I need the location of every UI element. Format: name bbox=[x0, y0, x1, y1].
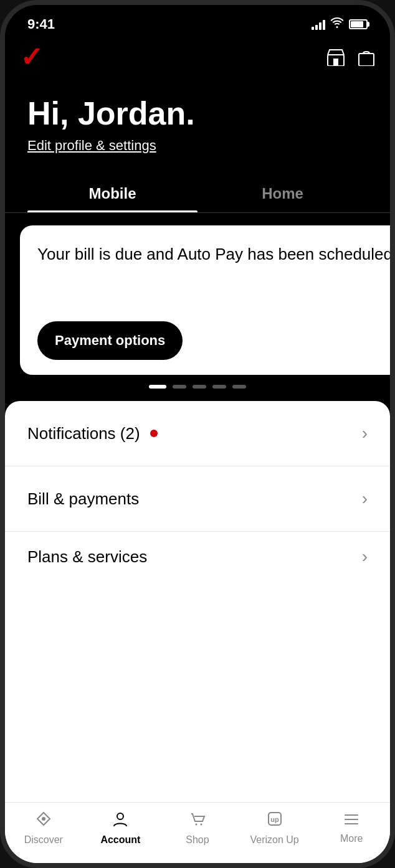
bill-payments-label: Bill & payments bbox=[27, 489, 139, 509]
card-dots bbox=[5, 375, 390, 401]
notifications-menu-item[interactable]: Notifications (2) › bbox=[5, 401, 390, 466]
dot-5 bbox=[232, 385, 246, 389]
phone-shell: 9:41 ✓ bbox=[0, 0, 395, 868]
signal-bars-icon bbox=[312, 19, 325, 30]
svg-point-5 bbox=[195, 824, 197, 826]
status-icons bbox=[312, 17, 368, 32]
tabs-container: Mobile Home bbox=[5, 172, 390, 213]
discover-icon bbox=[35, 810, 52, 832]
verizon-up-label: Verizon Up bbox=[250, 834, 298, 846]
nav-item-discover[interactable]: Discover bbox=[5, 810, 82, 846]
cards-scroll: Your bill is due and Auto Pay has been s… bbox=[5, 225, 390, 375]
status-time: 9:41 bbox=[27, 16, 55, 32]
menu-list: Notifications (2) › Bill & payments › Pl… bbox=[5, 401, 390, 802]
dot-4 bbox=[212, 385, 226, 389]
dot-3 bbox=[193, 385, 206, 389]
bill-payments-menu-item[interactable]: Bill & payments › bbox=[5, 466, 390, 532]
dot-1 bbox=[149, 385, 166, 389]
top-nav: ✓ bbox=[5, 39, 390, 81]
hero-section: Hi, Jordan. Edit profile & settings bbox=[5, 81, 390, 172]
plans-services-chevron-icon: › bbox=[362, 547, 368, 567]
svg-rect-1 bbox=[333, 59, 338, 66]
tab-home[interactable]: Home bbox=[198, 172, 368, 212]
bill-payments-chevron-icon: › bbox=[362, 489, 368, 509]
nav-item-more[interactable]: More bbox=[313, 811, 390, 844]
account-label: Account bbox=[100, 834, 140, 846]
account-icon bbox=[112, 810, 129, 832]
bill-card: Your bill is due and Auto Pay has been s… bbox=[20, 225, 390, 375]
dot-2 bbox=[173, 385, 186, 389]
store-icon-button[interactable] bbox=[326, 49, 345, 66]
payment-options-button[interactable]: Payment options bbox=[37, 321, 183, 360]
battery-icon bbox=[349, 19, 368, 29]
svg-text:up: up bbox=[270, 816, 279, 823]
shop-icon bbox=[189, 810, 206, 832]
nav-item-verizon-up[interactable]: up Verizon Up bbox=[236, 810, 313, 846]
svg-point-3 bbox=[42, 817, 45, 821]
wifi-icon bbox=[330, 17, 344, 32]
notifications-chevron-icon: › bbox=[362, 423, 368, 443]
status-bar: 9:41 bbox=[5, 5, 390, 39]
content-area: Notifications (2) › Bill & payments › Pl… bbox=[5, 401, 390, 863]
svg-point-6 bbox=[200, 824, 202, 826]
nav-item-account[interactable]: Account bbox=[82, 810, 159, 846]
bottom-nav: Discover Account bbox=[5, 802, 390, 863]
more-label: More bbox=[340, 833, 363, 844]
bag-icon-button[interactable] bbox=[358, 49, 375, 66]
edit-profile-link[interactable]: Edit profile & settings bbox=[27, 138, 156, 153]
tab-mobile[interactable]: Mobile bbox=[27, 172, 198, 212]
notifications-label: Notifications (2) bbox=[27, 424, 140, 443]
nav-icons bbox=[326, 49, 375, 66]
svg-point-4 bbox=[117, 813, 123, 819]
greeting-text: Hi, Jordan. bbox=[27, 96, 368, 131]
plans-services-menu-item[interactable]: Plans & services › bbox=[5, 532, 390, 582]
verizon-up-icon: up bbox=[266, 810, 283, 832]
svg-rect-2 bbox=[359, 54, 374, 66]
bill-card-text: Your bill is due and Auto Pay has been s… bbox=[37, 243, 390, 306]
shop-label: Shop bbox=[186, 834, 209, 846]
plans-services-label: Plans & services bbox=[27, 547, 147, 567]
more-icon bbox=[343, 811, 360, 831]
verizon-logo: ✓ bbox=[20, 44, 43, 71]
notification-dot bbox=[150, 430, 158, 437]
cards-section: Your bill is due and Auto Pay has been s… bbox=[5, 213, 390, 401]
nav-item-shop[interactable]: Shop bbox=[159, 810, 236, 846]
discover-label: Discover bbox=[24, 834, 63, 846]
